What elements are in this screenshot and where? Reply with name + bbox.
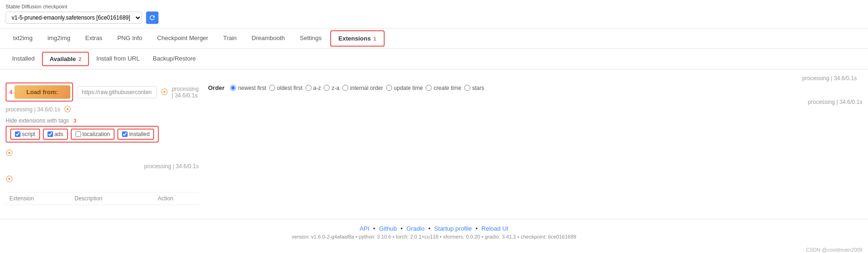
- radio-create-time[interactable]: create time: [426, 85, 461, 91]
- sub-tabs: Installed Available 2 Install from URL B…: [0, 49, 868, 69]
- tag-script[interactable]: script: [10, 129, 40, 140]
- available-badge: 2: [79, 56, 81, 62]
- checkpoint-row: v1-5-pruned-emaonly.safetensors [6ce0161…: [6, 11, 862, 24]
- order-row: Order newest first oldest first a-z z-a: [208, 82, 862, 93]
- tags-section: Hide extensions with tags 3 script ads l…: [6, 117, 199, 143]
- tab-settings[interactable]: Settings: [292, 31, 329, 46]
- checkpoint-label: Stable Diffusion checkpoint: [6, 4, 862, 9]
- status-top: processing | 34.6/0.1s: [172, 86, 199, 99]
- spinner-icon-4: ⦿: [6, 175, 13, 184]
- tab-extras[interactable]: Extras: [78, 31, 110, 46]
- tag-installed-checkbox[interactable]: [122, 131, 128, 137]
- mid-status: processing | 34.6/0.1s: [6, 106, 60, 113]
- footer-startup[interactable]: Startup profile: [434, 225, 472, 232]
- url-input[interactable]: [77, 86, 157, 98]
- subtab-install-url[interactable]: Install from URL: [90, 52, 146, 66]
- watermark: CSDN @cooldream2009: [0, 245, 868, 253]
- load-from-container: 4 Load from:: [6, 82, 73, 102]
- spinner-icon-2: ⦿: [64, 105, 71, 114]
- top-right-status: processing | 34.6/0.1s: [6, 74, 862, 82]
- refresh-checkpoint-btn[interactable]: [146, 11, 159, 24]
- spinner-row-4: ⦿: [6, 171, 199, 187]
- radio-a-z[interactable]: a-z: [305, 85, 321, 91]
- tag-ads-checkbox[interactable]: [47, 131, 53, 137]
- footer-github[interactable]: Github: [379, 225, 397, 232]
- tag-localization[interactable]: localization: [71, 129, 115, 140]
- tag-localization-checkbox[interactable]: [75, 131, 81, 137]
- table-header: Extension Description Action: [6, 192, 199, 205]
- footer: API • Github • Gradio • Startup profile …: [0, 219, 868, 245]
- tag-installed[interactable]: installed: [117, 129, 154, 140]
- radio-stars[interactable]: stars: [464, 85, 484, 91]
- tab-txt2img[interactable]: txt2img: [6, 31, 40, 46]
- spinner-row-3: ⦿: [6, 145, 199, 161]
- tag-script-checkbox[interactable]: [15, 131, 20, 137]
- footer-reload[interactable]: Reload UI: [481, 225, 509, 232]
- left-section: 4 Load from: ⦿ processing | 34.6/0.1s pr…: [6, 82, 199, 205]
- tags-badge: 3: [74, 118, 76, 123]
- radio-newest-first[interactable]: newest first: [230, 85, 266, 91]
- main-content-row: 4 Load from: ⦿ processing | 34.6/0.1s pr…: [6, 82, 862, 205]
- subtab-backup[interactable]: Backup/Restore: [146, 52, 203, 66]
- footer-api[interactable]: API: [359, 225, 369, 232]
- checkpoint-select[interactable]: v1-5-pruned-emaonly.safetensors [6ce0161…: [6, 12, 142, 24]
- radio-oldest-first[interactable]: oldest first: [269, 85, 303, 91]
- footer-version: version: v1.6.0-2-g4afaaf8a • python: 3.…: [6, 234, 862, 239]
- spinner-icon-1: ⦿: [161, 88, 168, 96]
- extensions-badge: 1: [373, 36, 376, 41]
- subtab-available[interactable]: Available 2: [42, 52, 88, 66]
- right-status: processing | 34.6/0.1s: [208, 97, 862, 107]
- tab-checkpoint-merger[interactable]: Checkpoint Merger: [149, 31, 216, 46]
- right-section: Order newest first oldest first a-z z-a: [199, 82, 862, 107]
- tab-extensions[interactable]: Extensions 1: [330, 30, 385, 47]
- main-tabs: txt2img img2img Extras PNG Info Checkpoi…: [0, 28, 868, 49]
- radio-update-time[interactable]: update time: [386, 85, 423, 91]
- tab-train[interactable]: Train: [216, 31, 244, 46]
- col-action: Action: [158, 195, 195, 202]
- radio-z-a[interactable]: z-a: [324, 85, 339, 91]
- load-badge: 4: [9, 89, 13, 96]
- load-from-btn[interactable]: Load from:: [14, 85, 70, 99]
- col-extension: Extension: [9, 195, 65, 202]
- tab-img2img[interactable]: img2img: [40, 31, 78, 46]
- order-label: Order: [208, 84, 224, 91]
- tag-ads[interactable]: ads: [43, 129, 68, 140]
- content-area: processing | 34.6/0.1s 4 Load from: ⦿ pr…: [0, 69, 868, 210]
- footer-gradio[interactable]: Gradio: [407, 225, 425, 232]
- tab-png-info[interactable]: PNG Info: [110, 31, 149, 46]
- radio-internal-order[interactable]: internal order: [342, 85, 383, 91]
- top-bar: Stable Diffusion checkpoint v1-5-pruned-…: [0, 0, 868, 28]
- footer-links: API • Github • Gradio • Startup profile …: [6, 225, 862, 232]
- bottom-status: processing | 34.6/0.1s: [6, 161, 199, 171]
- subtab-installed[interactable]: Installed: [6, 52, 41, 66]
- tags-label: Hide extensions with tags: [6, 117, 69, 124]
- col-description: Description: [75, 195, 149, 202]
- tab-dreambooth[interactable]: Dreambooth: [244, 31, 292, 46]
- spinner-icon-3: ⦿: [6, 149, 13, 157]
